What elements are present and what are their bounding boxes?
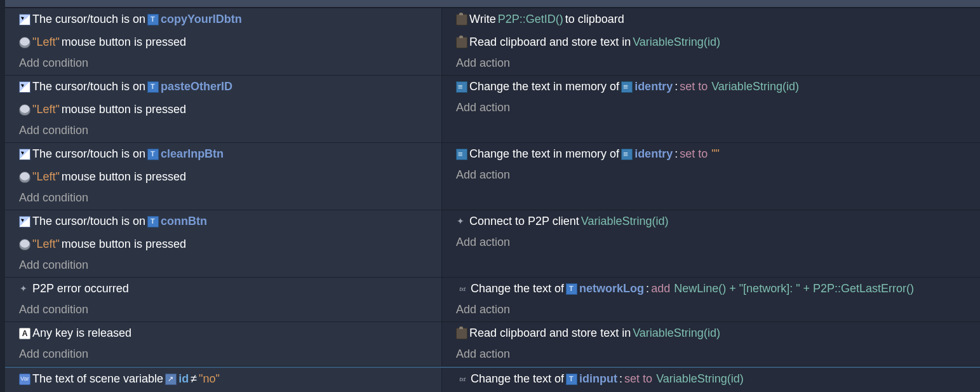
condition-text: P2P error occurred xyxy=(32,280,129,298)
actions-column: Change the text in memory of identry: se… xyxy=(442,143,980,210)
action-line[interactable]: Change the text in memory of identry: se… xyxy=(442,143,980,166)
actions-column: Read clipboard and store text in Variabl… xyxy=(442,322,980,366)
condition-line[interactable]: The text of scene variable id ≠ "no" xyxy=(5,368,441,391)
object-icon xyxy=(621,81,633,93)
add-condition-link[interactable]: Add condition xyxy=(5,345,441,366)
action-line[interactable]: Change the text of networkLog: add NewLi… xyxy=(442,278,980,301)
action-text: Change the text of xyxy=(471,370,564,388)
expression: VariableString(id) xyxy=(633,34,720,51)
condition-line[interactable]: "Left" mouse button is pressed xyxy=(5,233,441,256)
object-icon xyxy=(147,14,159,25)
condition-line[interactable]: P2P error occurred xyxy=(5,278,441,301)
add-condition-link[interactable]: Add condition xyxy=(5,189,441,210)
condition-text: The cursor/touch is on xyxy=(32,213,145,231)
object-ref: identry xyxy=(634,145,673,163)
conditions-column: P2P error occurredAdd condition xyxy=(5,278,442,321)
colon: : xyxy=(675,145,678,163)
add-action-link[interactable]: Add action xyxy=(442,98,980,119)
conditions-column: The text of scene variable id ≠ "no"Add … xyxy=(5,368,442,392)
add-condition-link[interactable]: Add condition xyxy=(5,54,441,75)
operator: add xyxy=(651,280,670,298)
event-row[interactable]: The cursor/touch is on connBtn"Left" mou… xyxy=(5,210,980,278)
object-ref: pasteOtherID xyxy=(161,78,232,96)
condition-text: mouse button is pressed xyxy=(62,34,186,51)
action-line[interactable]: Connect to P2P client VariableString(id) xyxy=(442,210,980,233)
object-ref: clearInpBtn xyxy=(161,145,224,163)
condition-text: Any key is released xyxy=(32,325,131,342)
event-row[interactable]: The cursor/touch is on clearInpBtn"Left"… xyxy=(5,143,980,210)
compare-value: "no" xyxy=(199,370,220,388)
action-line[interactable]: Change the text of idinput: set to Varia… xyxy=(442,368,980,391)
cursor-icon xyxy=(19,149,30,160)
add-action-link[interactable]: Add action xyxy=(442,54,980,75)
action-line[interactable]: Change the text in memory of identry: se… xyxy=(442,76,980,98)
action-line[interactable]: Read clipboard and store text in Variabl… xyxy=(442,31,980,54)
text-entry-icon xyxy=(456,149,467,160)
mouse-button-param: "Left" xyxy=(32,101,60,119)
event-row[interactable]: The cursor/touch is on copyYourIDbtn"Lef… xyxy=(5,8,980,76)
object-ref: idinput xyxy=(579,370,617,388)
condition-text: mouse button is pressed xyxy=(62,236,186,253)
condition-line[interactable]: "Left" mouse button is pressed xyxy=(5,98,441,121)
condition-line[interactable]: Any key is released xyxy=(5,322,441,345)
mouse-icon xyxy=(19,104,30,116)
string-literal: "" xyxy=(711,145,720,163)
condition-line[interactable]: The cursor/touch is on connBtn xyxy=(5,210,441,233)
actions-column: Write P2P::GetID() to clipboardRead clip… xyxy=(442,8,980,75)
action-text: Change the text in memory of xyxy=(469,145,619,163)
action-text: Change the text of xyxy=(471,280,564,298)
colon: : xyxy=(646,280,649,298)
keyboard-icon xyxy=(19,328,30,339)
cursor-icon xyxy=(19,14,30,25)
condition-text: The cursor/touch is on xyxy=(32,78,145,96)
action-text: Read clipboard and store text in xyxy=(469,325,631,342)
action-text: Read clipboard and store text in xyxy=(469,34,631,51)
add-action-link[interactable]: Add action xyxy=(442,166,980,187)
expression: VariableString(id) xyxy=(633,325,720,342)
operator: set to xyxy=(680,145,708,163)
clipboard-icon xyxy=(456,37,467,48)
conditions-column: The cursor/touch is on connBtn"Left" mou… xyxy=(5,210,442,277)
condition-line[interactable]: "Left" mouse button is pressed xyxy=(5,31,441,54)
actions-column: Change the text of idinput: set to Varia… xyxy=(442,368,980,392)
add-action-link[interactable]: Add action xyxy=(442,345,980,366)
object-icon xyxy=(621,149,633,160)
mouse-icon xyxy=(19,37,30,48)
action-line[interactable]: Write P2P::GetID() to clipboard xyxy=(442,8,980,31)
condition-text: The cursor/touch is on xyxy=(32,11,145,29)
event-row[interactable]: The cursor/touch is on pasteOtherID"Left… xyxy=(5,76,980,143)
action-text: to clipboard xyxy=(565,11,624,29)
mouse-icon xyxy=(19,172,30,183)
event-row[interactable]: Any key is releasedAdd conditionRead cli… xyxy=(5,322,980,367)
condition-line[interactable]: The cursor/touch is on pasteOtherID xyxy=(5,76,441,98)
expression: VariableString(id) xyxy=(711,78,799,96)
action-text: Connect to P2P client xyxy=(469,213,579,231)
add-condition-link[interactable]: Add condition xyxy=(5,256,441,277)
add-condition-link[interactable]: Add condition xyxy=(5,121,441,142)
action-line[interactable]: Read clipboard and store text in Variabl… xyxy=(442,322,980,345)
actions-column: Change the text of networkLog: add NewLi… xyxy=(442,278,980,321)
expression: NewLine() + "[network]: " + P2P::GetLast… xyxy=(674,280,914,298)
object-icon xyxy=(566,374,577,385)
event-row[interactable]: The text of scene variable id ≠ "no"Add … xyxy=(5,367,980,392)
expression: P2P::GetID() xyxy=(498,11,563,29)
text-icon xyxy=(456,283,469,295)
colon: : xyxy=(675,78,678,96)
cursor-icon xyxy=(19,216,30,227)
add-condition-link[interactable]: Add condition xyxy=(5,301,441,321)
add-action-link[interactable]: Add action xyxy=(442,233,980,254)
colon: : xyxy=(619,370,622,388)
action-text: Change the text in memory of xyxy=(469,78,619,96)
condition-line[interactable]: "Left" mouse button is pressed xyxy=(5,166,441,189)
object-ref: networkLog xyxy=(579,280,644,298)
condition-text: mouse button is pressed xyxy=(62,101,186,119)
condition-line[interactable]: The cursor/touch is on clearInpBtn xyxy=(5,143,441,166)
add-action-link[interactable]: Add action xyxy=(442,301,980,321)
object-icon xyxy=(147,81,159,93)
conditions-column: The cursor/touch is on pasteOtherID"Left… xyxy=(5,76,442,142)
mouse-button-param: "Left" xyxy=(32,168,60,186)
event-row[interactable]: P2P error occurredAdd conditionChange th… xyxy=(5,278,980,322)
condition-line[interactable]: The cursor/touch is on copyYourIDbtn xyxy=(5,8,441,31)
text-icon xyxy=(456,374,469,385)
object-ref: identry xyxy=(634,78,673,96)
